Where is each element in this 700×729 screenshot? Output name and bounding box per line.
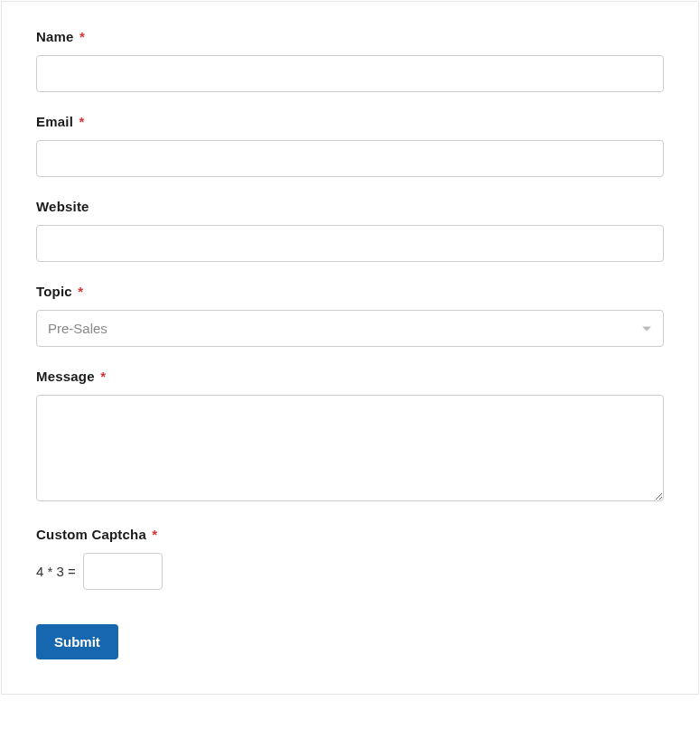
name-label: Name * <box>36 29 664 44</box>
website-input[interactable] <box>36 225 664 262</box>
topic-select-wrapper: Pre-Sales <box>36 310 664 347</box>
website-label-text: Website <box>36 199 89 214</box>
message-label-text: Message <box>36 369 95 384</box>
email-label: Email * <box>36 114 664 129</box>
name-field-group: Name * <box>36 29 664 92</box>
message-textarea[interactable] <box>36 395 664 501</box>
submit-row: Submit <box>36 624 664 659</box>
required-indicator: * <box>79 114 84 129</box>
email-label-text: Email <box>36 114 73 129</box>
name-input[interactable] <box>36 55 664 92</box>
required-indicator: * <box>152 527 157 542</box>
submit-button[interactable]: Submit <box>36 624 118 659</box>
topic-label-text: Topic <box>36 284 72 299</box>
message-label: Message * <box>36 369 664 384</box>
email-input[interactable] <box>36 140 664 177</box>
name-label-text: Name <box>36 29 74 44</box>
captcha-field-group: Custom Captcha * 4 * 3 = <box>36 527 664 590</box>
captcha-row: 4 * 3 = <box>36 553 664 590</box>
required-indicator: * <box>78 284 83 299</box>
website-label: Website <box>36 199 664 214</box>
message-field-group: Message * <box>36 369 664 505</box>
captcha-input[interactable] <box>83 553 163 590</box>
topic-field-group: Topic * Pre-Sales <box>36 284 664 347</box>
website-field-group: Website <box>36 199 664 262</box>
captcha-question: 4 * 3 = <box>36 564 76 579</box>
required-indicator: * <box>100 369 106 384</box>
email-field-group: Email * <box>36 114 664 177</box>
required-indicator: * <box>79 29 85 44</box>
topic-select[interactable]: Pre-Sales <box>36 310 664 347</box>
topic-label: Topic * <box>36 284 664 299</box>
captcha-label-text: Custom Captcha <box>36 527 146 542</box>
captcha-label: Custom Captcha * <box>36 527 664 542</box>
contact-form: Name * Email * Website Topic * Pre-Sales <box>1 1 699 695</box>
